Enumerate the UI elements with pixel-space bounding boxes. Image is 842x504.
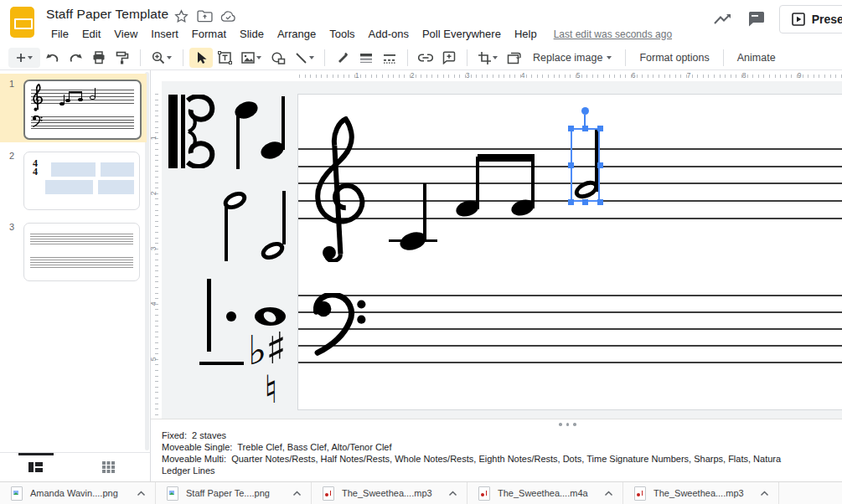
menu-file[interactable]: File bbox=[44, 25, 75, 43]
download-item[interactable]: The_Sweethea....m4a bbox=[467, 482, 623, 504]
add-comment-button[interactable] bbox=[437, 48, 461, 68]
print-button[interactable] bbox=[87, 48, 111, 68]
slides-logo-icon[interactable] bbox=[10, 7, 34, 38]
notes-text-line[interactable]: Ledger Lines bbox=[162, 465, 215, 476]
notes-text-line[interactable]: Fixed: 2 staves bbox=[162, 430, 226, 440]
barline-object[interactable] bbox=[207, 279, 211, 352]
slide-number: 2 bbox=[9, 151, 14, 161]
selection-handle[interactable] bbox=[597, 162, 603, 168]
undo-button[interactable] bbox=[40, 48, 64, 68]
download-item[interactable]: Amanda Wavin....png bbox=[0, 482, 156, 504]
slide-thumbnail-2[interactable]: 4 4 bbox=[23, 152, 140, 210]
separator bbox=[324, 49, 325, 66]
flat-object[interactable]: ♭ bbox=[248, 330, 267, 370]
menu-format[interactable]: Format bbox=[185, 25, 233, 43]
move-folder-icon[interactable] bbox=[197, 8, 213, 24]
chevron-up-icon[interactable] bbox=[292, 491, 302, 496]
selection-rotate-handle[interactable] bbox=[581, 107, 589, 115]
selection-box[interactable] bbox=[571, 128, 600, 202]
insert-image-button[interactable] bbox=[236, 48, 266, 68]
bass-clef-object[interactable] bbox=[313, 293, 367, 357]
document-title[interactable]: Staff Paper Template bbox=[46, 7, 168, 22]
sharp-object[interactable]: ♯ bbox=[266, 327, 287, 370]
chevron-up-icon[interactable] bbox=[448, 491, 457, 496]
insert-line-button[interactable] bbox=[290, 48, 318, 68]
redo-button[interactable] bbox=[64, 48, 87, 68]
select-tool-button[interactable] bbox=[189, 48, 213, 68]
dropdown-caret-icon bbox=[493, 56, 498, 59]
selection-handle[interactable] bbox=[582, 199, 588, 205]
notes-drag-handle-icon[interactable] bbox=[559, 423, 576, 426]
slide-thumbnail-3[interactable] bbox=[23, 223, 140, 281]
reset-image-button[interactable] bbox=[502, 48, 525, 68]
menu-tools[interactable]: Tools bbox=[323, 25, 361, 43]
download-item[interactable]: The_Sweethea....mp3 bbox=[312, 482, 467, 504]
paint-format-button[interactable] bbox=[111, 48, 134, 68]
slide-item-3[interactable]: 3 bbox=[0, 217, 147, 285]
insert-link-button[interactable] bbox=[414, 48, 437, 68]
border-dash-button[interactable] bbox=[378, 48, 401, 68]
menu-arrange[interactable]: Arrange bbox=[271, 25, 323, 43]
download-filename: Staff Paper Te....png bbox=[186, 488, 270, 498]
filmstrip-view-button[interactable] bbox=[28, 461, 43, 473]
slide-item-2[interactable]: 2 4 4 bbox=[0, 146, 147, 214]
crop-button[interactable] bbox=[473, 48, 502, 68]
slide-number: 1 bbox=[9, 79, 14, 89]
text-box-button[interactable] bbox=[213, 48, 236, 68]
border-weight-button[interactable] bbox=[354, 48, 378, 68]
present-button[interactable]: Present bbox=[779, 5, 842, 33]
speaker-notes[interactable]: Fixed: 2 staves Moveable Single: Treble … bbox=[151, 419, 842, 481]
menu-poll-everywhere[interactable]: Poll Everywhere bbox=[416, 25, 508, 43]
present-play-icon bbox=[792, 13, 805, 26]
last-edit-link[interactable]: Last edit was seconds ago bbox=[554, 28, 672, 40]
chevron-up-icon[interactable] bbox=[604, 491, 613, 496]
selection-handle[interactable] bbox=[568, 199, 574, 205]
notes-text-line[interactable]: Moveable Multi: Quarter Notes/Rests, Hal… bbox=[162, 454, 781, 464]
menu-view[interactable]: View bbox=[107, 25, 144, 43]
selection-handle[interactable] bbox=[582, 126, 588, 131]
comment-history-icon[interactable] bbox=[746, 12, 767, 28]
animate-button[interactable]: Animate bbox=[730, 48, 783, 68]
grid-view-button[interactable] bbox=[102, 461, 115, 473]
chevron-up-icon[interactable] bbox=[137, 491, 146, 496]
slide-page[interactable] bbox=[297, 94, 842, 410]
audio-file-icon bbox=[478, 486, 490, 501]
selection-handle[interactable] bbox=[597, 126, 603, 131]
menu-edit[interactable]: Edit bbox=[75, 25, 107, 43]
alto-clef-object[interactable] bbox=[168, 95, 216, 168]
slide-item-1[interactable]: 1 bbox=[0, 74, 147, 142]
dot-object[interactable] bbox=[226, 311, 236, 321]
menu-insert[interactable]: Insert bbox=[144, 25, 185, 43]
new-slide-button[interactable] bbox=[8, 48, 40, 68]
zoom-button[interactable] bbox=[147, 48, 177, 68]
activity-dashboard-icon[interactable] bbox=[712, 12, 734, 28]
cloud-saved-icon[interactable] bbox=[220, 8, 236, 24]
menu-help[interactable]: Help bbox=[508, 25, 544, 43]
insert-shape-button[interactable] bbox=[266, 48, 290, 68]
star-icon[interactable] bbox=[173, 8, 189, 24]
audio-file-icon bbox=[634, 486, 646, 501]
ledger-line-object[interactable] bbox=[199, 362, 244, 365]
menu-add-ons[interactable]: Add-ons bbox=[362, 25, 416, 43]
audio-file-icon bbox=[323, 486, 334, 501]
plus-icon bbox=[16, 53, 26, 63]
selection-handle[interactable] bbox=[597, 199, 603, 205]
selection-handle[interactable] bbox=[568, 162, 574, 168]
menu-slide[interactable]: Slide bbox=[233, 25, 271, 43]
notes-text-line[interactable]: Moveable Single: Treble Clef, Bass Clef,… bbox=[162, 442, 392, 452]
vertical-ruler: 1 2 3 4 5 bbox=[151, 81, 162, 419]
download-item[interactable]: Staff Paper Te....png bbox=[156, 482, 312, 504]
selection-handle[interactable] bbox=[568, 126, 574, 131]
natural-object[interactable]: ♮ bbox=[264, 370, 277, 409]
mini-treble-clef bbox=[33, 84, 44, 111]
canvas-area: 1 2 3 4 5 6 7 8 9 1 2 3 4 5 bbox=[151, 70, 842, 419]
download-item[interactable]: The_Sweethea....mp3 bbox=[623, 482, 779, 504]
border-color-button[interactable] bbox=[331, 48, 354, 68]
chevron-up-icon[interactable] bbox=[760, 491, 769, 496]
format-options-button[interactable]: Format options bbox=[632, 48, 716, 68]
slide-thumbnail-1[interactable] bbox=[23, 80, 142, 140]
separator bbox=[140, 49, 141, 66]
treble-clef-object[interactable] bbox=[313, 116, 371, 262]
dropdown-caret-icon bbox=[167, 56, 172, 59]
replace-image-button[interactable]: Replace image bbox=[525, 48, 619, 68]
